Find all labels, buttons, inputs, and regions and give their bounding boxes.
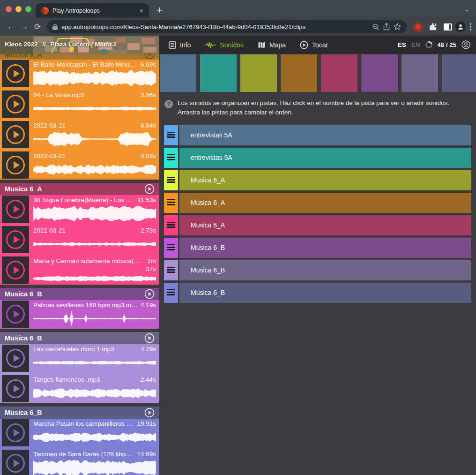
window-minimize-button[interactable]	[15, 6, 22, 12]
track-row[interactable]: Musica 6_A	[164, 215, 471, 235]
track-name[interactable]: Musica 6_B	[179, 238, 471, 258]
share-icon[interactable]	[383, 23, 390, 30]
clip-row[interactable]: Las castañuelas ritmo 1.mp3 4.79s	[0, 344, 159, 373]
waveform[interactable]	[33, 99, 156, 118]
tab-search-chevron-icon[interactable]: ⌄	[464, 6, 469, 13]
waveform[interactable]	[33, 130, 156, 148]
section-play-icon[interactable]	[144, 289, 155, 299]
back-icon[interactable]: ←	[5, 22, 18, 31]
waveform[interactable]	[33, 204, 156, 223]
section-play-icon[interactable]	[144, 184, 155, 194]
clip-row[interactable]: 2022-03-21 2.73s	[0, 226, 159, 254]
section-play-icon[interactable]	[144, 333, 155, 343]
waveform[interactable]	[33, 273, 156, 284]
palette-swatch-4[interactable]	[281, 54, 317, 92]
waveform[interactable]	[33, 235, 156, 253]
account-icon[interactable]	[461, 40, 470, 49]
track-name[interactable]: Musica 6_A	[179, 215, 471, 235]
waveform[interactable]	[33, 354, 156, 372]
window-close-button[interactable]	[6, 6, 12, 12]
new-tab-button[interactable]: +	[156, 5, 163, 15]
track-row[interactable]: entrevistas 5A	[164, 125, 471, 145]
clip-row[interactable]: 2022-03-21 3.03s	[0, 151, 159, 180]
section-header[interactable]: Musica 6_A	[0, 183, 159, 195]
clip-row[interactable]: Marcha Pasan los campanilleros Las Mejor…	[0, 419, 159, 447]
track-row[interactable]: Musica 6_A	[164, 170, 471, 190]
palette-swatch-3[interactable]	[240, 54, 277, 92]
clip-play-button[interactable]	[2, 345, 29, 372]
palette-swatch-8[interactable]	[442, 54, 476, 92]
clip-row[interactable]: 2022-03-21 6.84s	[0, 121, 159, 149]
track-name[interactable]: entrevistas 5A	[179, 125, 471, 145]
section-header[interactable]: Musica 6_B	[0, 407, 159, 419]
browser-tab[interactable]: Play Antropoloops ×	[36, 3, 149, 18]
clip-play-button[interactable]	[2, 256, 29, 284]
clip-play-button[interactable]	[2, 419, 29, 446]
clip-play-button[interactable]	[2, 196, 29, 223]
waveform[interactable]	[33, 384, 156, 402]
lang-es-button[interactable]: ES	[398, 41, 406, 48]
palette-swatch-1[interactable]	[160, 54, 196, 92]
palette-swatch-7[interactable]	[402, 54, 438, 92]
section-header[interactable]: Musica 6_A	[0, 54, 159, 60]
section-play-icon[interactable]	[144, 54, 155, 60]
clip-play-button[interactable]	[2, 121, 29, 148]
palette-swatch-5[interactable]	[321, 54, 357, 92]
track-name[interactable]: Musica 6_A	[179, 170, 471, 190]
track-name[interactable]: Musica 6_B	[179, 260, 471, 280]
nav-item-info[interactable]: Info	[169, 41, 191, 49]
track-row[interactable]: Musica 6_B	[164, 238, 471, 258]
breadcrumb-project[interactable]: Kleos 2022	[5, 41, 38, 48]
menu-icon[interactable]	[470, 23, 472, 30]
section-header[interactable]: Musica 6_B	[0, 288, 159, 300]
tab-close-icon[interactable]: ×	[140, 8, 143, 14]
track-drag-handle[interactable]	[164, 260, 178, 280]
clip-play-button[interactable]	[2, 90, 29, 118]
clip-row[interactable]: Tangos flamencos .mp3 2.44s	[0, 375, 159, 403]
track-row[interactable]: Musica 6_B	[164, 260, 471, 280]
section-play-icon[interactable]	[144, 407, 155, 418]
track-drag-handle[interactable]	[164, 283, 178, 303]
track-name[interactable]: Musica 6_B	[179, 283, 471, 303]
nav-item-tocar[interactable]: Tocar	[300, 41, 328, 49]
track-drag-handle[interactable]	[164, 215, 178, 235]
clip-play-button[interactable]	[2, 60, 29, 87]
reload-icon[interactable]: ⟳	[31, 22, 44, 32]
waveform[interactable]	[33, 459, 156, 475]
track-drag-handle[interactable]	[164, 148, 178, 168]
clip-row[interactable]: 04 - La Visita.mp3 3.96s	[0, 90, 159, 119]
clip-play-button[interactable]	[2, 301, 29, 328]
track-drag-handle[interactable]	[164, 238, 178, 258]
clip-play-button[interactable]	[2, 151, 29, 179]
track-name[interactable]: entrevistas 5A	[179, 148, 471, 168]
track-row[interactable]: Musica 6_B	[164, 283, 471, 303]
forward-icon[interactable]: →	[18, 22, 31, 31]
side-panel-icon[interactable]	[444, 23, 452, 30]
lang-en-button[interactable]: EN	[411, 41, 420, 48]
track-drag-handle[interactable]	[164, 170, 178, 190]
palette-swatch-2[interactable]	[200, 54, 237, 92]
clip-row[interactable]: El Baile Mexicapan - El Baile Mexicapan.…	[0, 60, 159, 88]
clip-row[interactable]: Taconeo de Sara Baras (128 kbps).mp3 14.…	[0, 449, 159, 475]
track-row[interactable]: entrevistas 5A	[164, 148, 471, 168]
track-name[interactable]: Musica 6_A	[179, 193, 471, 213]
waveform[interactable]	[33, 428, 156, 446]
clip-play-button[interactable]	[2, 375, 29, 402]
url-bar[interactable]: app.antropoloops.com/Kleos-Santa-Marina/…	[47, 20, 407, 33]
track-drag-handle[interactable]	[164, 125, 178, 145]
zoom-page-icon[interactable]	[372, 23, 379, 30]
waveform[interactable]	[33, 160, 156, 179]
nav-item-sonidos[interactable]: Sonidos	[205, 41, 244, 49]
clip-play-button[interactable]	[2, 450, 29, 475]
bookmark-star-icon[interactable]	[394, 23, 401, 30]
breadcrumb-location[interactable]: Plaza Lucero / María 2	[51, 41, 117, 48]
profile-icon[interactable]	[455, 22, 466, 32]
window-zoom-button[interactable]	[25, 6, 31, 12]
waveform[interactable]	[33, 309, 156, 328]
section-header[interactable]: Musica 6_B	[0, 332, 159, 344]
clips-panel[interactable]: Musica 6_A El Baile Mexicapan - El Baile…	[0, 54, 159, 475]
nav-item-mapa[interactable]: Mapa	[258, 41, 286, 49]
clip-row[interactable]: María y Germán solamente música(maría 2.…	[0, 256, 159, 285]
clip-play-button[interactable]	[2, 226, 29, 253]
palette-swatch-6[interactable]	[361, 54, 398, 92]
